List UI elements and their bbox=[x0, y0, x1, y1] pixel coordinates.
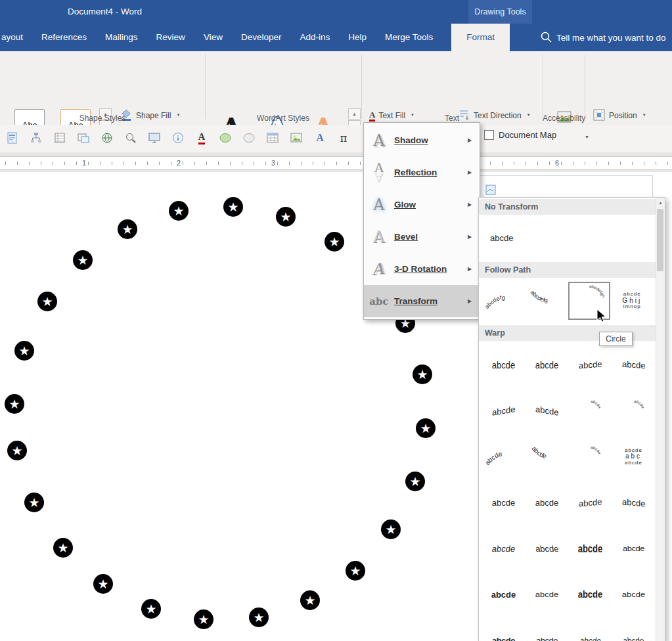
pi-icon[interactable]: π bbox=[335, 129, 352, 146]
ruler-number: 1 bbox=[82, 159, 86, 167]
transform-option-ring-outside[interactable]: abcde bbox=[612, 388, 655, 433]
insert-table-icon[interactable] bbox=[264, 129, 281, 146]
tab-view[interactable]: View bbox=[204, 24, 223, 51]
transform-option-arch-down[interactable]: abcdefg bbox=[526, 282, 568, 320]
position-button[interactable]: Position bbox=[589, 107, 650, 124]
flyout-scrollbar[interactable] bbox=[656, 198, 665, 641]
transform-option-arch-up[interactable]: abcdefg bbox=[482, 282, 524, 320]
star-shape[interactable] bbox=[381, 519, 401, 539]
info-circle-icon[interactable] bbox=[169, 129, 187, 146]
transform-option-can-down[interactable]: abcde bbox=[526, 480, 568, 525]
document-properties-icon[interactable] bbox=[4, 129, 21, 146]
transform-option-inflate-top[interactable]: abcde bbox=[569, 572, 612, 617]
menu-item-bevel[interactable]: Bevel bbox=[364, 221, 480, 253]
transform-option-curve-down[interactable]: abcde bbox=[526, 434, 568, 479]
transform-option-deflate[interactable]: abcde bbox=[612, 526, 655, 571]
star-shape[interactable] bbox=[249, 608, 269, 627]
wordart-icon[interactable]: A bbox=[311, 129, 328, 146]
document-map-dropdown-icon[interactable] bbox=[585, 135, 589, 139]
transform-option-wave-2[interactable]: abcde bbox=[612, 480, 655, 525]
star-shape[interactable] bbox=[223, 197, 243, 217]
transform-option-curve-up[interactable]: abcde bbox=[482, 434, 525, 479]
star-shape[interactable] bbox=[169, 201, 189, 221]
tab-merge-tools[interactable]: Merge Tools bbox=[385, 24, 433, 51]
star-shape[interactable] bbox=[53, 538, 73, 558]
star-shape[interactable] bbox=[24, 493, 44, 512]
star-shape[interactable] bbox=[405, 472, 425, 491]
gray-shape-icon[interactable] bbox=[240, 129, 258, 146]
star-shape[interactable] bbox=[325, 232, 344, 252]
green-shape-icon[interactable] bbox=[217, 129, 234, 146]
transform-option-fade-left[interactable]: abcde bbox=[612, 618, 655, 641]
transform-option-deflate-inflate[interactable]: abcde bbox=[482, 618, 525, 641]
transform-option-triangle-up[interactable]: abcde bbox=[482, 342, 525, 387]
star-shape[interactable] bbox=[7, 441, 27, 460]
transform-option-can-up[interactable]: abcde bbox=[482, 480, 525, 525]
menu-item-reflection[interactable]: Reflection bbox=[364, 156, 480, 188]
list-table-icon[interactable] bbox=[51, 129, 68, 146]
star-shape[interactable] bbox=[413, 365, 432, 384]
tab-ayout[interactable]: ayout bbox=[1, 24, 23, 51]
document-map-toggle[interactable]: Document Map bbox=[484, 130, 556, 140]
transform-option-circle[interactable]: abcdefgh bbox=[568, 282, 610, 320]
scroll-up-icon[interactable] bbox=[656, 198, 665, 208]
tell-me-box[interactable]: Tell me what you want to do bbox=[537, 24, 672, 51]
menu-item-glow[interactable]: Glow bbox=[364, 188, 480, 221]
transform-option-deflate-bottom[interactable]: abcde bbox=[526, 572, 568, 617]
tab-format[interactable]: Format bbox=[451, 24, 510, 51]
transform-option-deflate-inflate-deflate[interactable]: abcde bbox=[526, 618, 568, 641]
tab-developer[interactable]: Developer bbox=[241, 24, 282, 51]
star-shape[interactable] bbox=[141, 599, 161, 619]
web-link-icon[interactable] bbox=[99, 129, 116, 146]
preview-text: abcde bbox=[623, 545, 644, 553]
reflection-a-icon bbox=[364, 164, 394, 181]
transform-option-triangle-down[interactable]: abcde bbox=[526, 342, 568, 387]
transform-option-button[interactable]: abcdeGhijlmnop bbox=[612, 282, 654, 320]
preview-text: abcde bbox=[578, 543, 603, 555]
transform-option-ring-inside[interactable]: abcde bbox=[569, 388, 612, 433]
ruler[interactable]: 1236 bbox=[0, 152, 672, 172]
org-chart-icon[interactable] bbox=[28, 129, 45, 146]
transform-option-slant-up[interactable]: abcde bbox=[482, 388, 525, 433]
star-shape[interactable] bbox=[14, 341, 34, 361]
star-shape[interactable] bbox=[5, 394, 24, 414]
star-shape[interactable] bbox=[37, 292, 57, 311]
transform-option-slant-down[interactable]: abcde bbox=[526, 388, 568, 433]
group-separator bbox=[361, 55, 362, 119]
menu-item-3-d-rotation[interactable]: 3-D Rotation bbox=[364, 253, 480, 285]
star-shape[interactable] bbox=[416, 418, 436, 438]
transform-option-deflate-top[interactable]: abcde bbox=[612, 572, 655, 617]
transform-option-circle-pour[interactable]: abcde bbox=[569, 434, 612, 479]
star-shape[interactable] bbox=[346, 561, 365, 581]
star-shape[interactable] bbox=[276, 207, 296, 227]
transform-option-plain[interactable]: abcde bbox=[482, 219, 524, 257]
tab-references[interactable]: References bbox=[41, 24, 87, 51]
star-shape[interactable] bbox=[93, 574, 113, 594]
tab-review[interactable]: Review bbox=[156, 24, 185, 51]
tab-add-ins[interactable]: Add-ins bbox=[300, 24, 330, 51]
tab-help[interactable]: Help bbox=[348, 24, 367, 51]
transform-option-button-pour[interactable]: abcdeabcabcde bbox=[612, 434, 655, 479]
transform-option-double-wave-2[interactable]: abcde bbox=[526, 526, 568, 571]
picture-icon[interactable] bbox=[288, 129, 305, 146]
transform-option-fade-right[interactable]: abcde bbox=[569, 618, 612, 641]
star-shape[interactable] bbox=[73, 250, 93, 270]
star-shape[interactable] bbox=[194, 609, 213, 629]
transform-option-inflate[interactable]: abcde bbox=[569, 526, 612, 571]
star-shape[interactable] bbox=[118, 219, 137, 239]
transform-option-chevron-up[interactable]: abcde bbox=[569, 342, 612, 387]
insert-frame-icon[interactable] bbox=[75, 129, 92, 146]
transform-option-chevron-down[interactable]: abcde bbox=[612, 342, 655, 387]
menu-item-transform[interactable]: Transform bbox=[364, 285, 480, 317]
transform-option-wave-1[interactable]: abcde bbox=[569, 480, 612, 525]
monitor-icon[interactable] bbox=[146, 129, 163, 146]
star-shape[interactable] bbox=[300, 590, 320, 610]
transform-option-double-wave-1[interactable]: abcde bbox=[482, 526, 525, 571]
transform-option-inflate-bottom[interactable]: abcde bbox=[482, 572, 525, 617]
document-map-checkbox[interactable] bbox=[484, 130, 494, 140]
scroll-thumb[interactable] bbox=[657, 209, 663, 271]
font-color-icon[interactable]: A bbox=[193, 129, 210, 146]
menu-item-shadow[interactable]: Shadow bbox=[364, 124, 480, 156]
search-icon[interactable] bbox=[122, 129, 139, 146]
tab-mailings[interactable]: Mailings bbox=[105, 24, 138, 51]
